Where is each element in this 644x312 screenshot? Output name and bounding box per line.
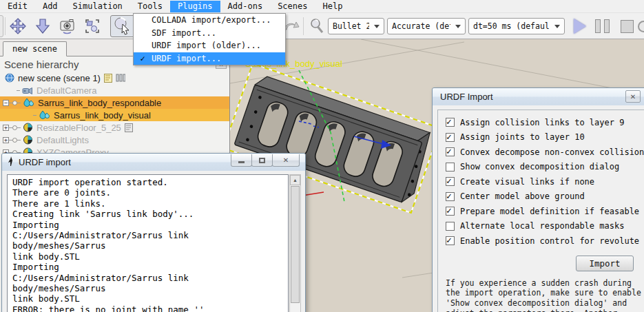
import-dialog-title: URDF Import bbox=[440, 92, 493, 102]
import-button[interactable]: Import bbox=[576, 256, 634, 271]
scrollbar-thumb[interactable] bbox=[291, 186, 300, 303]
time-step-select[interactable]: dt=50 ms (default) bbox=[468, 18, 565, 34]
log-line: C:/Users/Administrator/Sarrus link body/… bbox=[12, 230, 283, 251]
checkbox-checked[interactable]: ✓ bbox=[446, 207, 455, 216]
pause-simulation-button[interactable] bbox=[591, 15, 613, 37]
checkbox-label: Center model above ground bbox=[460, 191, 585, 201]
checkbox-row[interactable]: ✓ Prepare model definition if feasable bbox=[446, 207, 644, 216]
tree-label[interactable]: Sarrus_link_body_visual bbox=[54, 110, 151, 121]
tree-label[interactable]: DefaultLights bbox=[37, 135, 89, 145]
checkbox-checked[interactable]: ✓ bbox=[446, 236, 455, 245]
stop-icon bbox=[621, 20, 634, 33]
log-line: ERROR: there is no joint with name '' bbox=[12, 304, 283, 312]
menu-item-sdf-import[interactable]: SDF import... bbox=[134, 27, 285, 40]
log-line: URDF import operation started. bbox=[12, 177, 283, 187]
menu-add[interactable]: Add bbox=[35, 1, 65, 12]
dynamic-content-button[interactable] bbox=[306, 15, 328, 37]
checkbox-row[interactable]: ✓ Enable position control for revolute a… bbox=[446, 236, 644, 245]
menu-addons[interactable]: Add-ons bbox=[220, 1, 271, 12]
check-icon: ✓ bbox=[446, 132, 452, 142]
checkbox-checked[interactable]: ✓ bbox=[446, 147, 455, 156]
start-simulation-button[interactable] bbox=[569, 15, 591, 37]
checkbox-label: Alternate local respondable masks bbox=[460, 221, 624, 231]
import-dialog-titlebar[interactable]: URDF Import bbox=[433, 88, 644, 105]
expand-plus-icon[interactable]: + bbox=[3, 137, 9, 143]
checkbox-row[interactable]: Alternate local respondable masks bbox=[446, 222, 644, 231]
checkbox-row[interactable]: ✓ Convex decompose non-convex collision … bbox=[446, 147, 644, 156]
collapse-minus-icon[interactable]: − bbox=[3, 100, 9, 106]
down-arrow-icon bbox=[34, 17, 52, 35]
clipped-toolbar-button-right[interactable] bbox=[638, 21, 644, 32]
object-selection-button[interactable] bbox=[81, 15, 103, 37]
node-visibility-dot[interactable] bbox=[12, 125, 17, 130]
expand-plus-icon[interactable]: + bbox=[3, 125, 9, 131]
tree-label[interactable]: Sarrus_link_body_respondable bbox=[38, 98, 161, 108]
physics-engine-select[interactable]: Bullet 2. bbox=[328, 18, 384, 34]
tree-row-sarrus-visual[interactable]: Sarrus_link_body_visual bbox=[0, 109, 229, 121]
close-icon: ✕ bbox=[283, 156, 289, 164]
maximize-button[interactable] bbox=[251, 154, 273, 167]
menu-bar: Edit Add Simulation Tools Plugins Add-on… bbox=[0, 0, 644, 13]
tree-row-default-camera[interactable]: DefaultCamera bbox=[0, 84, 229, 96]
time-step-value: dt=50 ms (default) bbox=[473, 21, 550, 31]
menu-item-label: SDF import... bbox=[152, 28, 216, 38]
app-window: Sarrus_link_body_visual new scene Scene … bbox=[0, 0, 644, 312]
log-line: Importing bbox=[12, 262, 283, 272]
checkbox-checked[interactable]: ✓ bbox=[446, 177, 455, 186]
script-icon[interactable] bbox=[104, 74, 112, 83]
checkbox-checked[interactable]: ✓ bbox=[446, 133, 455, 142]
log-line: link body.STL bbox=[12, 251, 283, 262]
tree-row-scene[interactable]: new scene (scene 1) bbox=[0, 72, 229, 84]
script-icon[interactable] bbox=[125, 123, 133, 132]
menu-tools[interactable]: Tools bbox=[130, 1, 170, 12]
checkbox-row[interactable]: Show convex decomposition dialog bbox=[446, 163, 644, 171]
tree-row-resizable-floor[interactable]: + ResizableFloor_5_25 bbox=[0, 121, 229, 134]
minimize-button[interactable] bbox=[231, 154, 252, 167]
pan-view-button[interactable] bbox=[7, 15, 29, 37]
camera-shift-button[interactable] bbox=[56, 15, 79, 37]
tree-row-default-lights[interactable]: + DefaultLights bbox=[0, 134, 229, 146]
checkbox-row[interactable]: ✓ Assign collision links to layer 9 bbox=[446, 118, 644, 127]
menu-help[interactable]: Help bbox=[315, 1, 350, 12]
checkbox-unchecked[interactable] bbox=[446, 163, 455, 171]
shift-object-button[interactable] bbox=[32, 15, 54, 37]
stop-simulation-button[interactable] bbox=[616, 15, 638, 37]
menu-simulation[interactable]: Simulation bbox=[65, 1, 130, 12]
tree-label[interactable]: new scene (scene 1) bbox=[18, 73, 101, 83]
log-text-area[interactable]: URDF import operation started. There are… bbox=[7, 174, 289, 312]
tab-new-scene[interactable]: new scene bbox=[3, 41, 67, 56]
tree-row-sarrus-respondable[interactable]: − Sarrus_link_body_respondable bbox=[0, 96, 229, 109]
tree-label[interactable]: ResizableFloor_5_25 bbox=[37, 123, 121, 133]
model-icon bbox=[23, 123, 33, 132]
checkbox-checked[interactable]: ✓ bbox=[446, 118, 455, 127]
play-icon bbox=[574, 19, 586, 34]
checkbox-unchecked[interactable] bbox=[446, 222, 455, 231]
node-visibility-dot[interactable] bbox=[12, 101, 17, 105]
accuracy-select[interactable]: Accurate (defaul bbox=[387, 18, 466, 34]
checkbox-row[interactable]: ✓ Create visual links if none bbox=[446, 177, 644, 186]
menu-plugins[interactable]: Plugins bbox=[170, 1, 220, 12]
object-drag-button[interactable] bbox=[110, 15, 135, 37]
check-icon: ✓ bbox=[446, 176, 452, 186]
close-button[interactable]: ✕ bbox=[625, 90, 641, 103]
checkbox-checked[interactable]: ✓ bbox=[446, 192, 455, 201]
clipped-toolbar-button[interactable] bbox=[0, 15, 3, 37]
log-scrollbar[interactable]: ▲ ▼ bbox=[289, 174, 301, 312]
node-visibility-dot[interactable] bbox=[12, 138, 17, 143]
log-line: There are 0 joints. bbox=[12, 187, 283, 198]
menu-item-urdf-import-older[interactable]: URDF import (older)... bbox=[134, 39, 285, 52]
tree-label[interactable]: DefaultCamera bbox=[37, 85, 96, 96]
menu-item-collada-import[interactable]: COLLADA import/export... bbox=[134, 14, 285, 27]
close-icon: ✕ bbox=[630, 93, 636, 101]
checkbox-row[interactable]: ✓ Center model above ground bbox=[446, 192, 644, 201]
menu-scenes[interactable]: Scenes bbox=[270, 1, 315, 12]
urdf-import-options-dialog: URDF Import ✕ ✓ Assign collision links t… bbox=[432, 87, 644, 312]
menu-item-urdf-import[interactable]: ✓ URDF import... bbox=[134, 52, 285, 65]
check-icon: ✓ bbox=[446, 205, 452, 216]
checkbox-label: Prepare model definition if feasable bbox=[460, 207, 639, 216]
checkbox-row[interactable]: ✓ Assign joints to layer 10 bbox=[446, 133, 644, 142]
menu-edit[interactable]: Edit bbox=[0, 1, 35, 12]
scroll-up-icon[interactable]: ▲ bbox=[290, 175, 300, 185]
parameters-icon[interactable] bbox=[116, 74, 125, 82]
close-button[interactable]: ✕ bbox=[272, 154, 300, 167]
